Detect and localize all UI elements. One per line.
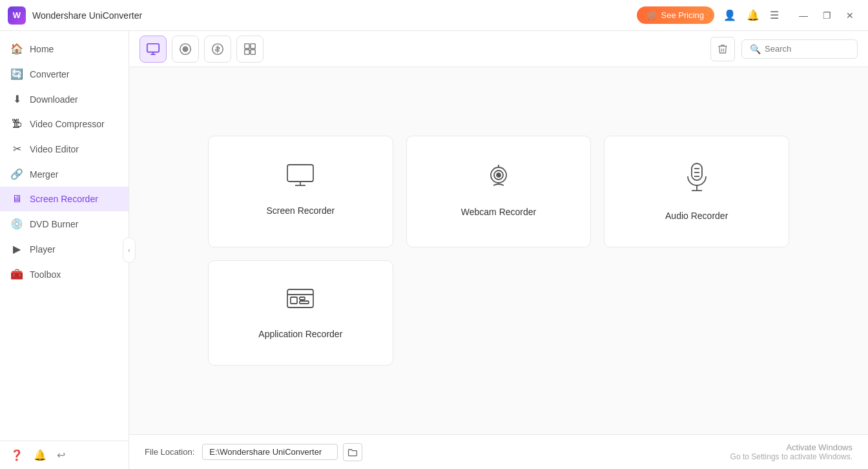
search-box: 🔍 — [741, 39, 858, 59]
webcam-recorder-label: Webcam Recorder — [461, 207, 536, 217]
app-title: Wondershare UniConverter — [32, 10, 142, 21]
webcam-recorder-icon — [484, 162, 513, 196]
sidebar-wrapper: 🏠 Home🔄 Converter⬇ Downloader🗜 Video Com… — [0, 31, 129, 469]
svg-rect-7 — [245, 43, 249, 48]
recorder-content: Screen Recorder Webcam Recorder — [129, 67, 868, 434]
application-recorder-label: Application Recorder — [258, 329, 342, 339]
svg-rect-9 — [245, 49, 249, 54]
audio-recorder-card[interactable]: Audio Recorder — [604, 136, 789, 247]
home-icon: 🏠 — [10, 43, 23, 55]
audio-recorder-label: Audio Recorder — [665, 211, 728, 221]
tab-dollar[interactable] — [204, 36, 231, 63]
title-bar: W Wondershare UniConverter 🛒 See Pricing… — [0, 0, 868, 31]
activate-windows-title: Activate Windows — [730, 443, 852, 452]
content-footer: File Location: E:\Wondershare UniConvert… — [129, 434, 868, 469]
recorder-grid: Screen Recorder Webcam Recorder — [208, 136, 789, 366]
sidebar-item-downloader[interactable]: ⬇ Downloader — [0, 87, 129, 112]
sidebar-item-label: Merger — [30, 169, 58, 180]
close-button[interactable]: ✕ — [840, 6, 860, 25]
sidebar-item-label: Video Editor — [30, 144, 79, 154]
svg-rect-24 — [287, 289, 313, 307]
file-location-select[interactable]: E:\Wondershare UniConverter — [202, 444, 338, 460]
sidebar-item-label: Video Compressor — [30, 119, 105, 129]
merger-icon: 🔗 — [10, 168, 23, 180]
sidebar-bottom: ❓ 🔔 ↩ — [0, 441, 129, 469]
browse-folder-button[interactable] — [343, 443, 362, 461]
sidebar-item-player[interactable]: ▶ Player — [0, 236, 129, 262]
svg-rect-8 — [251, 43, 255, 48]
sidebar-nav: 🏠 Home🔄 Converter⬇ Downloader🗜 Video Com… — [0, 31, 129, 441]
screen-recorder-label: Screen Recorder — [266, 205, 335, 216]
downloader-icon: ⬇ — [10, 93, 23, 105]
toolbar-tabs — [140, 36, 264, 63]
main-layout: 🏠 Home🔄 Converter⬇ Downloader🗜 Video Com… — [0, 31, 868, 469]
sidebar-item-home[interactable]: 🏠 Home — [0, 36, 129, 61]
svg-rect-11 — [287, 165, 313, 182]
see-pricing-button[interactable]: 🛒 See Pricing — [637, 6, 714, 24]
top-toolbar: 🔍 — [129, 31, 868, 67]
svg-rect-0 — [147, 43, 159, 52]
toolbox-icon: 🧰 — [10, 268, 23, 280]
title-bar-right: 🛒 See Pricing 👤 🔔 ☰ — ❐ ✕ — [637, 6, 860, 25]
sidebar-item-label: Player — [30, 244, 56, 255]
webcam-recorder-card[interactable]: Webcam Recorder — [406, 136, 592, 247]
svg-rect-27 — [300, 297, 305, 300]
user-icon[interactable]: 👤 — [721, 6, 739, 24]
help-icon[interactable]: ❓ — [10, 449, 23, 461]
sidebar-item-converter[interactable]: 🔄 Converter — [0, 61, 129, 87]
activate-windows-desc: Go to Settings to activate Windows. — [730, 452, 852, 461]
video-compressor-icon: 🗜 — [10, 118, 23, 130]
activate-windows: Activate Windows Go to Settings to activ… — [730, 443, 852, 461]
sidebar-item-label: Toolbox — [30, 269, 61, 280]
sidebar-item-label: DVD Burner — [30, 219, 78, 229]
screen-recorder-icon — [285, 162, 316, 195]
sidebar: 🏠 Home🔄 Converter⬇ Downloader🗜 Video Com… — [0, 31, 129, 469]
content-area: 🔍 Screen Recorder — [129, 31, 868, 469]
menu-icon[interactable]: ☰ — [767, 6, 781, 24]
player-icon: ▶ — [10, 243, 23, 255]
sidebar-item-dvd-burner[interactable]: 💿 DVD Burner — [0, 211, 129, 236]
sidebar-item-toolbox[interactable]: 🧰 Toolbox — [0, 262, 129, 287]
sidebar-item-label: Home — [30, 44, 54, 54]
sidebar-item-screen-recorder[interactable]: 🖥 Screen Recorder — [0, 187, 129, 211]
application-recorder-card[interactable]: Application Recorder — [208, 260, 393, 366]
screen-recorder-icon: 🖥 — [10, 193, 23, 205]
sidebar-item-label: Converter — [30, 69, 69, 79]
sidebar-collapse-button[interactable]: ‹ — [123, 237, 136, 263]
video-editor-icon: ✂ — [10, 143, 23, 155]
svg-rect-10 — [251, 49, 255, 54]
trash-button[interactable] — [710, 37, 735, 61]
window-controls: — ❐ ✕ — [793, 6, 860, 25]
application-recorder-icon — [285, 287, 315, 318]
sidebar-item-video-editor[interactable]: ✂ Video Editor — [0, 136, 129, 162]
file-location-label: File Location: — [145, 447, 194, 457]
audio-recorder-icon — [684, 162, 710, 200]
svg-rect-28 — [300, 301, 309, 304]
tab-grid[interactable] — [236, 36, 264, 63]
search-icon: 🔍 — [750, 44, 761, 54]
footer-path-container: E:\Wondershare UniConverter — [202, 443, 362, 461]
sidebar-item-video-compressor[interactable]: 🗜 Video Compressor — [0, 112, 129, 136]
minimize-button[interactable]: — — [793, 6, 814, 25]
svg-point-4 — [183, 47, 187, 51]
svg-rect-18 — [692, 163, 702, 180]
feedback-icon[interactable]: ↩ — [57, 449, 65, 461]
screen-recorder-card[interactable]: Screen Recorder — [208, 136, 393, 247]
bell-icon[interactable]: 🔔 — [34, 449, 46, 461]
notification-icon[interactable]: 🔔 — [744, 6, 762, 24]
svg-rect-26 — [291, 297, 297, 304]
tab-record[interactable] — [172, 36, 199, 63]
toolbar-right: 🔍 — [710, 37, 858, 61]
app-logo: W — [8, 6, 26, 25]
maximize-button[interactable]: ❐ — [816, 6, 837, 25]
title-bar-left: W Wondershare UniConverter — [8, 6, 142, 25]
sidebar-item-label: Screen Recorder — [30, 194, 98, 204]
svg-point-16 — [497, 173, 501, 177]
sidebar-item-label: Downloader — [30, 94, 78, 105]
sidebar-item-merger[interactable]: 🔗 Merger — [0, 162, 129, 187]
dvd-burner-icon: 💿 — [10, 218, 23, 230]
title-icons: 👤 🔔 ☰ — [721, 6, 781, 24]
search-input[interactable] — [765, 44, 849, 54]
converter-icon: 🔄 — [10, 68, 23, 80]
tab-screen[interactable] — [140, 36, 167, 63]
